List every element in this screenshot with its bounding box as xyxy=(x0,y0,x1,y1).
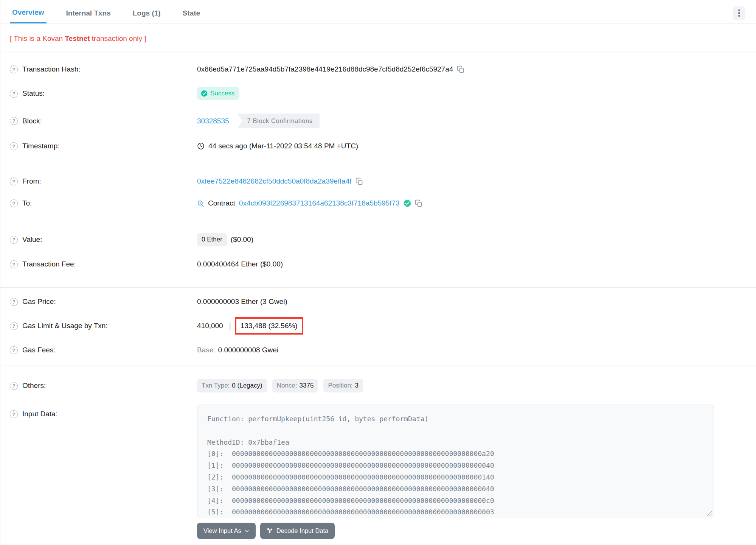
decode-input-data-button[interactable]: Decode Input Data xyxy=(260,523,335,539)
help-icon[interactable]: ? xyxy=(10,142,18,150)
gas-separator: | xyxy=(229,322,231,330)
transaction-hash-label: Transaction Hash: xyxy=(22,65,80,73)
notice-suffix: transaction only ] xyxy=(90,34,146,42)
view-input-as-button[interactable]: View Input As xyxy=(197,523,256,539)
section-gas: ? Gas Price: 0.000000003 Ether (3 Gwei) … xyxy=(0,288,756,361)
resize-grip-icon[interactable] xyxy=(707,511,712,516)
nonce-value: 3375 xyxy=(300,382,314,389)
gas-fees-base-value: 0.000000008 Gwei xyxy=(218,346,279,354)
row-to: ? To: Contract 0x4cb093f226983713164a621… xyxy=(0,192,756,214)
transaction-fee-label: Transaction Fee: xyxy=(22,260,76,268)
zoom-in-icon[interactable] xyxy=(197,200,204,207)
help-icon[interactable]: ? xyxy=(10,65,18,73)
help-icon[interactable]: ? xyxy=(10,90,18,98)
row-value: ? Value: 0 Ether ($0.00) xyxy=(0,226,756,253)
tab-bar: Overview Internal Txns Logs (1) State xyxy=(0,0,756,23)
others-label: Others: xyxy=(22,382,46,390)
value-usd: ($0.00) xyxy=(231,235,253,244)
help-icon[interactable]: ? xyxy=(10,117,18,125)
section-summary: ? Transaction Hash: 0x86ed5a771e725aa94d… xyxy=(0,53,756,157)
gas-price-label: Gas Price: xyxy=(22,297,56,306)
gas-usage-value: 133,488 (32.56%) xyxy=(241,322,298,330)
kebab-menu-button[interactable] xyxy=(733,6,745,20)
row-transaction-hash: ? Transaction Hash: 0x86ed5a771e725aa94d… xyxy=(0,58,756,80)
help-icon[interactable]: ? xyxy=(10,298,18,306)
gas-usage-annotation-box: 133,488 (32.56%) xyxy=(235,317,303,335)
copy-icon[interactable] xyxy=(355,178,363,185)
tab-state[interactable]: State xyxy=(180,4,202,23)
clock-icon xyxy=(197,142,205,150)
view-input-as-label: View Input As xyxy=(203,527,241,534)
gas-limit-label: Gas Limit & Usage by Txn: xyxy=(22,322,108,330)
verified-check-icon xyxy=(404,199,411,207)
ether-value-badge: 0 Ether xyxy=(197,233,227,246)
tab-overview[interactable]: Overview xyxy=(10,3,47,23)
transaction-fee-value: 0.000400464 Ether ($0.00) xyxy=(197,260,283,268)
nonce-badge: Nonce: 3375 xyxy=(272,379,318,392)
copy-icon[interactable] xyxy=(415,199,422,207)
input-data-textarea[interactable]: Function: performUpkeep(uint256 id, byte… xyxy=(197,405,714,518)
tab-logs[interactable]: Logs (1) xyxy=(130,4,163,23)
from-label: From: xyxy=(22,177,41,185)
gas-fees-base-label: Base: xyxy=(197,346,216,354)
block-label: Block: xyxy=(22,117,42,125)
help-icon[interactable]: ? xyxy=(10,199,18,207)
status-label: Status: xyxy=(22,89,45,98)
chevron-down-icon xyxy=(245,529,249,533)
timestamp-value: 44 secs ago (Mar-11-2022 03:54:48 PM +UT… xyxy=(208,142,358,150)
kebab-dot-icon xyxy=(738,15,740,17)
status-value: Success xyxy=(210,90,234,97)
row-input-data: ? Input Data: Function: performUpkeep(ui… xyxy=(0,400,756,539)
block-confirmations-badge: 7 Block Confirmations xyxy=(238,114,320,128)
help-icon[interactable]: ? xyxy=(10,346,18,354)
section-parties: ? From: 0xfee7522e8482682cf50ddc50a0f8da… xyxy=(0,167,756,214)
txn-type-value: 0 (Legacy) xyxy=(232,382,262,389)
to-contract-prefix: Contract xyxy=(208,199,235,207)
row-status: ? Status: Success xyxy=(0,80,756,107)
gas-price-value: 0.000000003 Ether (3 Gwei) xyxy=(197,297,287,306)
section-value: ? Value: 0 Ether ($0.00) ? Transaction F… xyxy=(0,222,756,275)
row-block: ? Block: 30328535 7 Block Confirmations xyxy=(0,107,756,135)
row-transaction-fee: ? Transaction Fee: 0.000400464 Ether ($0… xyxy=(0,253,756,275)
value-label: Value: xyxy=(22,235,42,244)
kebab-dot-icon xyxy=(738,12,740,14)
row-gas-fees: ? Gas Fees: Base: 0.000000008 Gwei xyxy=(0,339,756,361)
help-icon[interactable]: ? xyxy=(10,260,18,268)
gas-limit-value: 410,000 xyxy=(197,322,223,330)
transaction-card: Overview Internal Txns Logs (1) State [ … xyxy=(0,0,756,545)
status-badge: Success xyxy=(197,87,239,100)
position-value: 3 xyxy=(355,382,359,389)
timestamp-label: Timestamp: xyxy=(22,142,60,150)
row-gas-limit-usage: ? Gas Limit & Usage by Txn: 410,000 | 13… xyxy=(0,313,756,339)
help-icon[interactable]: ? xyxy=(10,410,18,418)
row-from: ? From: 0xfee7522e8482682cf50ddc50a0f8da… xyxy=(0,170,756,192)
from-address-link[interactable]: 0xfee7522e8482682cf50ddc50a0f8da2a39effa… xyxy=(197,177,352,185)
input-data-label: Input Data: xyxy=(22,410,57,418)
help-icon[interactable]: ? xyxy=(10,236,18,244)
copy-icon[interactable] xyxy=(457,65,464,73)
position-badge: Position: 3 xyxy=(323,379,363,392)
kebab-dot-icon xyxy=(738,9,740,11)
position-label: Position: xyxy=(328,382,352,389)
txn-type-badge: Txn Type: 0 (Legacy) xyxy=(197,379,267,392)
section-others: ? Others: Txn Type: 0 (Legacy) Nonce: 33… xyxy=(0,366,756,539)
txn-type-label: Txn Type: xyxy=(202,382,230,389)
gas-fees-label: Gas Fees: xyxy=(22,346,56,354)
decode-input-data-label: Decode Input Data xyxy=(276,527,329,534)
help-icon[interactable]: ? xyxy=(10,178,18,185)
decode-icon xyxy=(267,528,273,534)
block-number-link[interactable]: 30328535 xyxy=(197,117,229,125)
tab-internal-txns[interactable]: Internal Txns xyxy=(64,4,113,23)
check-circle-icon xyxy=(201,90,208,97)
help-icon[interactable]: ? xyxy=(10,322,18,330)
to-address-link[interactable]: 0x4cb093f226983713164a62138c3f718a5b595f… xyxy=(239,199,400,207)
nonce-label: Nonce: xyxy=(277,382,297,389)
row-others: ? Others: Txn Type: 0 (Legacy) Nonce: 33… xyxy=(0,371,756,400)
testnet-notice: [ This is a Kovan Testnet transaction on… xyxy=(10,34,747,43)
notice-bold: Testnet xyxy=(65,34,90,42)
help-icon[interactable]: ? xyxy=(10,382,18,390)
notice-prefix: [ This is a Kovan xyxy=(10,34,65,42)
row-gas-price: ? Gas Price: 0.000000003 Ether (3 Gwei) xyxy=(0,291,756,313)
transaction-hash-value: 0x86ed5a771e725aa94d5b7fa2398e4419e216d8… xyxy=(197,65,453,73)
to-label: To: xyxy=(22,199,32,207)
